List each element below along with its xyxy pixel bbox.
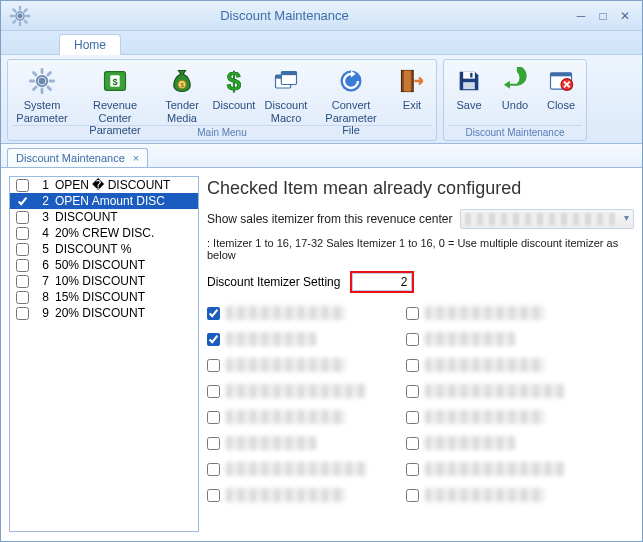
list-item-checkbox[interactable] <box>16 179 29 192</box>
list-item[interactable]: 815% DISCOUNT <box>10 289 198 305</box>
itemizer-checkbox[interactable] <box>207 489 220 502</box>
svg-rect-17 <box>463 72 475 79</box>
close-button[interactable]: Close <box>540 62 582 125</box>
maximize-button[interactable]: □ <box>592 5 614 27</box>
revenue-center-parameter-button[interactable]: $ Revenue Center Parameter <box>76 62 154 125</box>
system-parameter-button[interactable]: System Parameter <box>12 62 72 125</box>
itemizer-item[interactable] <box>406 459 565 479</box>
svg-rect-19 <box>463 82 475 89</box>
itemizer-checkbox[interactable] <box>406 359 419 372</box>
list-item-number: 1 <box>35 178 49 192</box>
list-item[interactable]: 1OPEN � DISCOUNT <box>10 177 198 193</box>
itemizer-item[interactable] <box>207 303 366 323</box>
itemizer-checkbox[interactable] <box>406 463 419 476</box>
revenue-center-select[interactable] <box>460 209 634 229</box>
itemizer-item[interactable] <box>406 303 565 323</box>
itemizer-checkbox[interactable] <box>207 437 220 450</box>
itemizer-checkbox[interactable] <box>406 489 419 502</box>
list-item-checkbox[interactable] <box>16 243 29 256</box>
minimize-button[interactable]: ─ <box>570 5 592 27</box>
list-item[interactable]: 3DISCOUNT <box>10 209 198 225</box>
list-item-checkbox[interactable] <box>16 275 29 288</box>
itemizer-checkbox[interactable] <box>207 463 220 476</box>
itemizer-item[interactable] <box>406 407 565 427</box>
blurred-label <box>226 462 366 476</box>
button-label: Revenue Center Parameter <box>78 99 152 125</box>
list-item-number: 3 <box>35 210 49 224</box>
list-item[interactable]: 5DISCOUNT % <box>10 241 198 257</box>
list-item-label: DISCOUNT % <box>55 242 131 256</box>
exit-button[interactable]: Exit <box>392 62 432 125</box>
list-item-checkbox[interactable] <box>16 307 29 320</box>
button-label: Close <box>547 99 575 125</box>
itemizer-checkbox[interactable] <box>207 359 220 372</box>
svg-point-3 <box>40 79 45 84</box>
itemizer-checkbox[interactable] <box>406 333 419 346</box>
blurred-label <box>226 436 316 450</box>
floppy-icon <box>455 64 483 98</box>
list-item-label: 15% DISCOUNT <box>55 290 145 304</box>
list-item[interactable]: 420% CREW DISC. <box>10 225 198 241</box>
itemizer-checkbox[interactable] <box>207 385 220 398</box>
itemizer-checkbox[interactable] <box>406 385 419 398</box>
panel-heading: Checked Item mean already configured <box>207 178 634 199</box>
tender-media-button[interactable]: $ Tender Media <box>158 62 206 125</box>
discount-button[interactable]: $ Discount <box>210 62 258 125</box>
list-item-number: 7 <box>35 274 49 288</box>
list-item-checkbox[interactable] <box>16 259 29 272</box>
highlight-box <box>350 271 414 293</box>
itemizer-checkbox[interactable] <box>406 411 419 424</box>
itemizer-checkbox[interactable] <box>406 437 419 450</box>
close-window-button[interactable]: ✕ <box>614 5 636 27</box>
list-item-checkbox[interactable] <box>16 227 29 240</box>
settings-panel: Checked Item mean already configured Sho… <box>207 176 634 532</box>
itemizer-item[interactable] <box>406 329 565 349</box>
itemizer-item[interactable] <box>207 407 366 427</box>
button-label: Exit <box>403 99 421 125</box>
undo-arrow-icon <box>501 64 529 98</box>
itemizer-checkbox[interactable] <box>207 411 220 424</box>
itemizer-checkbox[interactable] <box>406 307 419 320</box>
discount-itemizer-setting-label: Discount Itemizer Setting <box>207 275 340 289</box>
close-tab-icon[interactable]: × <box>133 152 139 164</box>
list-item[interactable]: 2OPEN Amount DISC <box>10 193 198 209</box>
tab-home[interactable]: Home <box>59 34 121 55</box>
save-button[interactable]: Save <box>448 62 490 125</box>
list-item-checkbox[interactable] <box>16 211 29 224</box>
itemizer-item[interactable] <box>406 355 565 375</box>
list-item-label: 20% DISCOUNT <box>55 306 145 320</box>
discount-itemizer-setting-input[interactable] <box>352 273 412 291</box>
itemizer-item[interactable] <box>406 381 565 401</box>
convert-parameter-file-button[interactable]: Convert Parameter File <box>314 62 388 125</box>
discount-macro-button[interactable]: Discount Macro <box>262 62 310 125</box>
list-item-number: 2 <box>35 194 49 208</box>
itemizer-item[interactable] <box>406 433 565 453</box>
list-item[interactable]: 710% DISCOUNT <box>10 273 198 289</box>
blurred-label <box>425 462 565 476</box>
itemizer-item[interactable] <box>207 355 366 375</box>
discount-list[interactable]: 1OPEN � DISCOUNT2OPEN Amount DISC3DISCOU… <box>9 176 199 532</box>
svg-rect-18 <box>470 73 472 78</box>
itemizer-checkbox[interactable] <box>207 307 220 320</box>
document-tab-discount-maintenance[interactable]: Discount Maintenance × <box>7 148 148 167</box>
windows-stack-icon <box>272 64 300 98</box>
itemizer-item[interactable] <box>207 329 366 349</box>
itemizer-note: : Itemizer 1 to 16, 17-32 Sales Itemizer… <box>207 237 634 261</box>
itemizer-item[interactable] <box>207 381 366 401</box>
itemizer-item[interactable] <box>207 485 366 505</box>
blurred-label <box>226 384 366 398</box>
list-item-label: 10% DISCOUNT <box>55 274 145 288</box>
svg-rect-21 <box>551 73 572 77</box>
itemizer-item[interactable] <box>207 433 366 453</box>
itemizer-item[interactable] <box>207 459 366 479</box>
list-item-checkbox[interactable] <box>16 195 29 208</box>
itemizer-item[interactable] <box>406 485 565 505</box>
itemizer-checkbox[interactable] <box>207 333 220 346</box>
list-item-checkbox[interactable] <box>16 291 29 304</box>
button-label: Discount Macro <box>264 99 308 125</box>
button-label: Discount <box>213 99 256 125</box>
list-item[interactable]: 920% DISCOUNT <box>10 305 198 321</box>
undo-button[interactable]: Undo <box>494 62 536 125</box>
svg-rect-13 <box>281 72 296 76</box>
list-item[interactable]: 650% DISCOUNT <box>10 257 198 273</box>
